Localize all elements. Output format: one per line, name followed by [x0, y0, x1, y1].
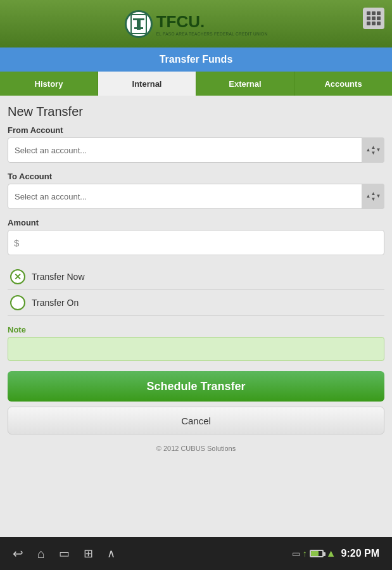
from-account-wrapper: Select an account... ▲ ▼ [8, 137, 384, 163]
to-account-select[interactable]: Select an account... [8, 184, 384, 209]
amount-section: Amount $ [8, 218, 384, 255]
page-footer: © 2012 CUBUS Solutions [8, 440, 384, 457]
transfer-now-radio[interactable] [10, 269, 25, 284]
from-account-select[interactable]: Select an account... [8, 137, 384, 163]
from-account-label: From Account [8, 125, 384, 135]
schedule-transfer-button[interactable]: Schedule Transfer [8, 371, 384, 402]
header-title: Transfer Funds [160, 54, 233, 65]
grid-icon [367, 11, 381, 25]
status-icons: ▭ ↑ ▲ [292, 548, 336, 559]
wifi-icon: ▲ [326, 548, 336, 559]
top-bar: TFCU. EL PASO AREA TEACHERS FEDERAL CRED… [0, 0, 392, 48]
tab-accounts[interactable]: Accounts [294, 72, 392, 96]
transfer-now-option[interactable]: Transfer Now [8, 264, 384, 290]
page-header: Transfer Funds [0, 48, 392, 72]
note-input[interactable] [8, 337, 384, 361]
page-title: New Transfer [8, 104, 384, 119]
recent-apps-icon[interactable]: ▭ [59, 547, 70, 560]
navigation-icons: ↩ ⌂ ▭ ⊞ ∧ [13, 546, 115, 561]
tab-external[interactable]: External [196, 72, 294, 96]
svg-rect-1 [133, 18, 144, 20]
qr-icon[interactable]: ⊞ [84, 547, 93, 560]
logo-text: TFCU. [156, 12, 205, 32]
screen-icon: ▭ [292, 548, 300, 559]
to-account-wrapper: Select an account... ▲ ▼ [8, 184, 384, 209]
copyright-text: © 2012 CUBUS Solutions [156, 445, 236, 452]
amount-input-wrapper: $ [8, 230, 384, 255]
logo-subtitle: EL PASO AREA TEACHERS FEDERAL CREDIT UNI… [156, 32, 268, 36]
grid-menu-button[interactable] [363, 8, 384, 29]
tfcu-emblem [130, 13, 148, 35]
transfer-now-label: Transfer Now [32, 272, 85, 282]
radio-section: Transfer Now Transfer On [8, 264, 384, 316]
to-account-label: To Account [8, 172, 384, 181]
dollar-sign: $ [14, 238, 19, 248]
time-display: 9:20 PM [341, 548, 379, 559]
back-icon[interactable]: ↩ [13, 546, 23, 561]
tab-internal[interactable]: Internal [98, 72, 196, 96]
logo-text-group: TFCU. EL PASO AREA TEACHERS FEDERAL CRED… [156, 12, 268, 36]
tab-history[interactable]: History [0, 72, 98, 96]
svg-rect-3 [134, 27, 143, 29]
logo-area: TFCU. EL PASO AREA TEACHERS FEDERAL CRED… [125, 10, 268, 38]
home-icon[interactable]: ⌂ [37, 547, 45, 561]
tab-bar: History Internal External Accounts [0, 72, 392, 96]
signal-icon: ↑ [303, 548, 307, 559]
status-right: ▭ ↑ ▲ 9:20 PM [292, 548, 379, 559]
note-section: Note [8, 325, 384, 361]
battery-fill [311, 551, 319, 556]
transfer-on-option[interactable]: Transfer On [8, 290, 384, 316]
logo-icon [125, 10, 153, 38]
cancel-button[interactable]: Cancel [8, 407, 384, 434]
amount-input[interactable] [8, 230, 384, 255]
up-icon[interactable]: ∧ [107, 547, 115, 560]
transfer-on-radio[interactable] [10, 295, 25, 310]
status-bar: ↩ ⌂ ▭ ⊞ ∧ ▭ ↑ ▲ 9:20 PM [0, 537, 392, 570]
battery-icon [310, 550, 324, 557]
transfer-on-label: Transfer On [32, 298, 79, 308]
note-label: Note [8, 325, 384, 334]
main-content: New Transfer From Account Select an acco… [0, 96, 392, 537]
amount-label: Amount [8, 218, 384, 227]
